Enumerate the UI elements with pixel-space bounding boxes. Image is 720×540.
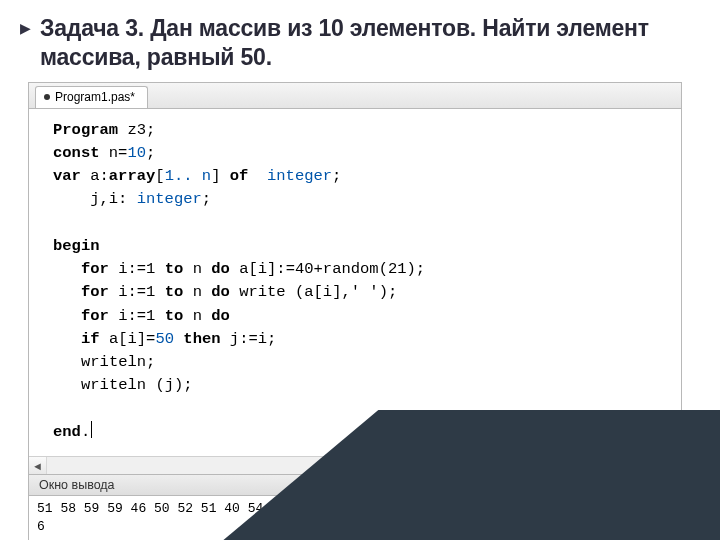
output-panel-title: Окно вывода (29, 474, 681, 496)
text-cursor-icon (91, 421, 92, 438)
output-line: 6 (37, 518, 673, 536)
kw-of: of (230, 167, 249, 185)
code-editor[interactable]: Program z3; const n=10; var a:array[1.. … (29, 109, 681, 457)
editor-tab[interactable]: Program1.pas* (35, 86, 148, 108)
kw-array: array (109, 167, 156, 185)
horizontal-scrollbar[interactable]: ◄ (29, 456, 681, 474)
ide-frame: Program1.pas* Program z3; const n=10; va… (28, 82, 682, 541)
output-panel: 51 58 59 59 46 50 52 51 40 54 6 (29, 496, 681, 540)
scroll-left-icon[interactable]: ◄ (29, 457, 47, 474)
title-bullet: ▶ (20, 14, 32, 42)
slide-title: Задача 3. Дан массив из 10 элементов. На… (40, 14, 684, 72)
output-line: 51 58 59 59 46 50 52 51 40 54 (37, 500, 673, 518)
kw-var: var (53, 167, 81, 185)
kw-end: end (53, 423, 81, 441)
unsaved-dot-icon (44, 94, 50, 100)
tab-bar: Program1.pas* (29, 83, 681, 109)
kw-begin: begin (53, 237, 100, 255)
tab-filename: Program1.pas* (55, 90, 135, 104)
kw-program: Program (53, 121, 118, 139)
kw-const: const (53, 144, 100, 162)
